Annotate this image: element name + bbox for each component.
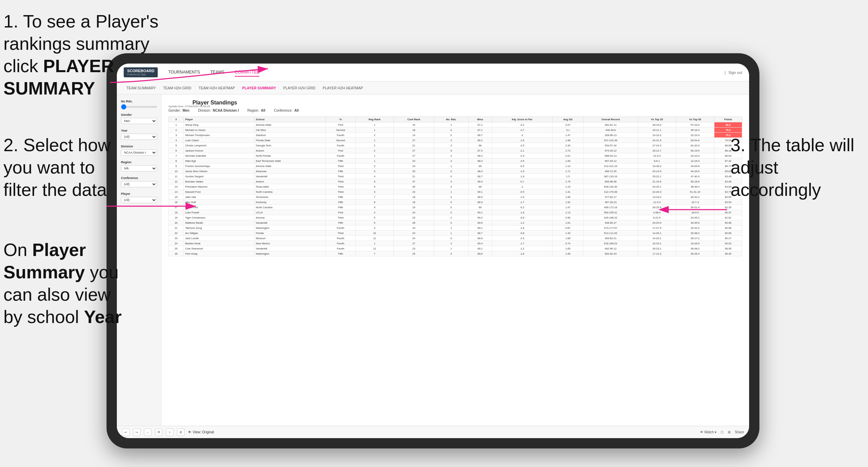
cell-adj: -1	[492, 184, 552, 189]
no-rds-slider[interactable]	[121, 106, 157, 108]
cell-conf-rank: 23	[393, 189, 434, 194]
cell-wins: 67.1	[468, 122, 492, 127]
cell-vs50: 47-40-3	[676, 174, 714, 179]
cell-avg: 1.56	[552, 251, 583, 256]
cell-wins: 69.4	[468, 241, 492, 246]
cell-rds: 1	[434, 246, 468, 251]
cell-avg: 1.47	[552, 133, 583, 138]
arrow-step3	[665, 196, 734, 223]
cell-rds: 2	[434, 153, 468, 158]
no-rds-label: No Rds.	[121, 100, 157, 103]
col-vs-top50: Vs Top 50	[676, 117, 714, 122]
toolbar-undo[interactable]: ↩	[122, 429, 130, 436]
year-label: Year	[121, 129, 157, 132]
table-row: 16 Alex Goff Kentucky Fifth 8 19 0 68.3 …	[169, 200, 742, 205]
cell-points: 88.2	[714, 122, 742, 127]
cell-school: East Tennessee State	[254, 158, 325, 164]
sign-out-link[interactable]: Sign out	[728, 70, 742, 75]
cell-reg-rank: 1	[356, 158, 394, 164]
cell-avg: 0.96	[552, 215, 583, 220]
cell-school: Washington	[254, 225, 325, 231]
cell-record: 406-172-16	[583, 205, 638, 210]
cell-player: Phichaksn Maichon	[183, 184, 254, 189]
toolbar-copy[interactable]: ⧉	[155, 429, 163, 436]
cell-conf-rank: 27	[393, 153, 434, 158]
cell-player: Bastien Amat	[183, 241, 254, 246]
col-overall: Overall Record	[583, 117, 638, 122]
cell-rank: 13	[169, 184, 184, 189]
cell-wins: 69.1	[468, 189, 492, 194]
subnav-player-h2h-heatmap[interactable]: PLAYER H2H HEATMAP	[320, 85, 366, 91]
cell-reg-rank: 4	[356, 225, 394, 231]
cell-wins: 69	[468, 164, 492, 169]
cell-yr: First	[326, 122, 356, 127]
cell-conf-rank: 25	[393, 251, 434, 256]
cell-player: Matthew Riedel	[183, 220, 254, 225]
cell-record: 562-82-23	[583, 251, 638, 256]
table-row: 18 Luke Powell UCLA First 4 24 0 69.1 -1…	[169, 210, 742, 215]
arrow-step1	[103, 62, 275, 96]
cell-vs25: 17-14-2	[638, 251, 676, 256]
col-wins: Wins	[468, 117, 492, 122]
cell-wins: 68.3	[468, 158, 492, 164]
cell-conf-rank: 19	[393, 205, 434, 210]
cell-reg-rank: 3	[356, 169, 394, 174]
no-rds-slider-container	[121, 104, 157, 108]
toolbar-view-original[interactable]: 👁 View: Original	[188, 430, 214, 434]
cell-wins: 68.7	[468, 133, 492, 138]
update-time: Update time: 27/03/2024 16:56:26	[168, 105, 210, 108]
cell-adj: -0.8	[492, 215, 552, 220]
cell-adj: -3.2	[492, 122, 552, 127]
cell-adj: -1.8	[492, 225, 552, 231]
toolbar-settings[interactable]: ⚙	[177, 429, 185, 436]
cell-reg-rank: 1	[356, 127, 394, 133]
cell-conf-rank: 24	[393, 210, 434, 215]
cell-record: 429-198-22	[583, 215, 638, 220]
filter-region: Region: All	[247, 109, 265, 112]
cell-wins: 67.3	[468, 148, 492, 153]
subnav-player-h2h-grid[interactable]: PLAYER H2H GRID	[280, 85, 318, 91]
cell-yr: Second	[326, 127, 356, 133]
cell-player: Nicholas Gabrielts	[183, 153, 254, 158]
cell-conf-rank: 37	[393, 179, 434, 184]
cell-school: UCLA	[254, 210, 325, 215]
cell-wins: 68.2	[468, 138, 492, 143]
data-area: Update time: 27/03/2024 16:56:26 Player …	[162, 94, 749, 426]
cell-reg-rank: 2	[356, 148, 394, 153]
cell-vs50: 50-18-6	[676, 179, 714, 184]
cell-conf-rank: 23	[393, 215, 434, 220]
toolbar-back[interactable]: ←	[144, 429, 152, 436]
cell-avg: 1.14	[552, 164, 583, 169]
col-conf-rank: Conf Rank	[393, 117, 434, 122]
cell-school: Vanderbilt	[254, 246, 325, 251]
cell-avg: 0.74	[552, 241, 583, 246]
share-btn[interactable]: Share	[735, 430, 744, 434]
cell-vs25: 17-27-5	[638, 225, 676, 231]
toolbar-icon-1[interactable]: ⬡	[721, 430, 724, 434]
cell-wins: 68.7	[468, 231, 492, 236]
cell-school: Stanford	[254, 133, 325, 138]
cell-vs25: 10-10-2	[638, 133, 676, 138]
gender-select[interactable]: Men	[121, 118, 157, 124]
cell-record: 616-168-22	[583, 241, 638, 246]
cell-rds: 1	[434, 189, 468, 194]
toolbar-add[interactable]: +	[166, 429, 174, 436]
filter-conference: Conference: All	[274, 109, 299, 112]
cell-avg: 1.71	[552, 169, 583, 174]
watch-btn[interactable]: 👁 Watch ▾	[700, 430, 717, 434]
cell-adj: -2.7	[492, 127, 552, 133]
cell-player: Gordon Sargent	[183, 174, 254, 179]
cell-wins: 68.2	[468, 153, 492, 158]
cell-vs50: 50-19-9	[676, 148, 714, 153]
col-player: Player	[183, 117, 254, 122]
cell-avg: 1.5	[552, 174, 583, 179]
cell-yr: Third	[326, 189, 356, 194]
cell-yr: Fifth	[326, 158, 356, 164]
cell-reg-rank: 5	[356, 220, 394, 225]
cell-wins: 68.3	[468, 200, 492, 205]
cell-record: 500-155-31	[583, 210, 638, 215]
toolbar-icon-2[interactable]: ⊞	[728, 430, 731, 434]
cell-reg-rank: 1	[356, 153, 394, 158]
cell-wins: 69	[468, 184, 492, 189]
toolbar-redo[interactable]: ↪	[133, 429, 141, 436]
